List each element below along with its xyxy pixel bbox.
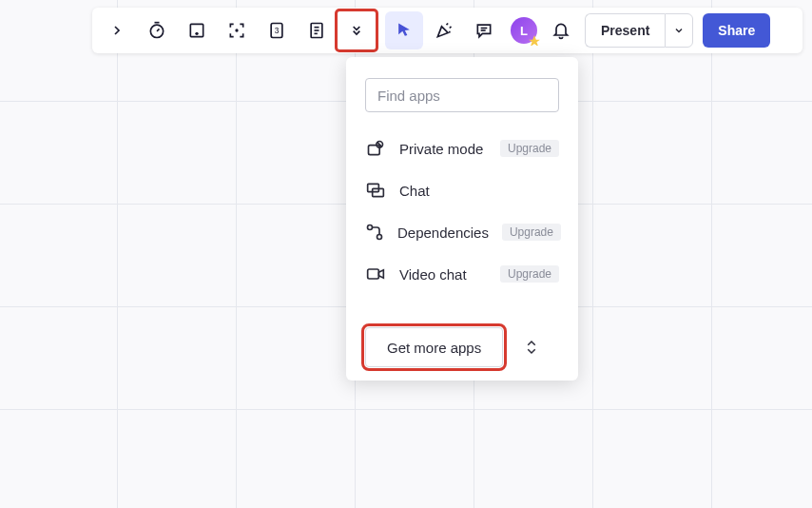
video-chat-icon: [365, 264, 386, 283]
share-button[interactable]: Share: [703, 13, 770, 48]
svg-point-5: [235, 29, 238, 31]
app-item-label: Dependencies: [397, 225, 489, 241]
dependencies-icon: [365, 223, 384, 242]
svg-point-22: [368, 225, 373, 230]
focus-icon: [227, 21, 246, 40]
comment-tool-button[interactable]: [465, 11, 503, 49]
present-dropdown-button[interactable]: [665, 13, 693, 48]
party-icon: [435, 21, 454, 40]
apps-dropdown-footer: Get more apps: [346, 310, 578, 367]
app-item-dependencies[interactable]: Dependencies Upgrade: [346, 211, 578, 253]
svg-line-12: [447, 24, 449, 26]
document-icon: [307, 21, 326, 40]
upgrade-badge: Upgrade: [500, 265, 559, 283]
card-tool-button[interactable]: 3: [258, 11, 296, 49]
get-more-apps-button[interactable]: Get more apps: [365, 327, 503, 367]
upgrade-badge: Upgrade: [502, 224, 561, 241]
app-item-chat[interactable]: Chat: [346, 169, 578, 211]
svg-point-23: [377, 235, 382, 240]
frame-tool-button[interactable]: [178, 11, 216, 49]
svg-rect-24: [368, 269, 379, 279]
cursor-tool-button[interactable]: [385, 11, 423, 49]
top-toolbar: 3 L Present Share: [92, 8, 802, 53]
chevron-right-icon: [109, 23, 125, 38]
sort-icon: [523, 339, 540, 356]
upgrade-badge: Upgrade: [500, 140, 559, 157]
present-button-group: Present: [585, 13, 693, 48]
notifications-button[interactable]: [545, 11, 577, 49]
timer-tool-button[interactable]: [138, 11, 176, 49]
present-button[interactable]: Present: [585, 13, 665, 48]
app-item-video-chat[interactable]: Video chat Upgrade: [346, 253, 578, 295]
comment-icon: [474, 21, 493, 40]
svg-text:3: 3: [275, 26, 280, 35]
bell-icon: [551, 21, 570, 40]
app-item-label: Private mode: [399, 141, 487, 157]
timer-icon: [147, 21, 166, 40]
svg-line-13: [450, 27, 452, 29]
apps-dropdown-panel: Private mode Upgrade Chat Dependencies U…: [346, 57, 578, 381]
frame-dot-icon: [187, 21, 206, 40]
svg-line-1: [157, 29, 160, 31]
apps-search-input[interactable]: [365, 78, 559, 112]
confetti-tool-button[interactable]: [425, 11, 463, 49]
app-item-label: Chat: [399, 183, 559, 199]
app-item-private-mode[interactable]: Private mode Upgrade: [346, 127, 578, 169]
chevron-down-icon: [673, 25, 685, 36]
double-chevron-down-icon: [349, 23, 364, 38]
svg-point-4: [195, 32, 198, 35]
expand-toolbar-button[interactable]: [98, 11, 136, 49]
focus-tool-button[interactable]: [218, 11, 256, 49]
user-avatar[interactable]: L: [511, 17, 537, 44]
more-apps-button[interactable]: [338, 11, 376, 49]
notes-tool-button[interactable]: [298, 11, 336, 49]
chat-icon: [365, 181, 386, 200]
card-3-icon: 3: [267, 21, 286, 40]
cursor-icon: [395, 21, 414, 40]
reorder-apps-button[interactable]: [518, 334, 545, 361]
avatar-initial: L: [520, 24, 528, 38]
app-item-label: Video chat: [399, 266, 487, 283]
private-mode-icon: [365, 139, 386, 158]
apps-search-wrapper: [365, 78, 559, 112]
